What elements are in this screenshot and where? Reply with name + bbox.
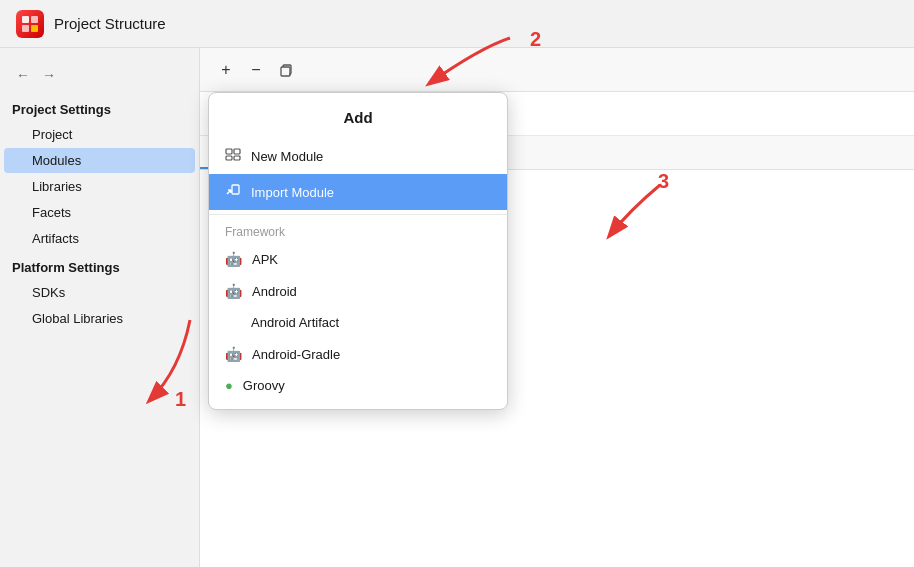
apk-item[interactable]: 🤖 APK (209, 243, 507, 275)
android-icon-apk: 🤖 (225, 251, 242, 267)
android-artifact-item[interactable]: Android Artifact (209, 307, 507, 338)
svg-rect-8 (234, 156, 240, 160)
sidebar-item-project[interactable]: Project (4, 122, 195, 147)
sidebar-item-libraries[interactable]: Libraries (4, 174, 195, 199)
popup-divider (209, 214, 507, 215)
sidebar-item-global-libraries[interactable]: Global Libraries (4, 306, 195, 331)
svg-rect-0 (22, 16, 29, 23)
sidebar-navigation: ← → (0, 60, 199, 94)
android-gradle-item[interactable]: 🤖 Android-Gradle (209, 338, 507, 370)
copy-icon (278, 62, 294, 78)
copy-button[interactable] (272, 56, 300, 84)
groovy-label: Groovy (243, 378, 285, 393)
app-icon (16, 10, 44, 38)
remove-button[interactable]: − (242, 56, 270, 84)
sidebar-item-sdks[interactable]: SDKs (4, 280, 195, 305)
groovy-item[interactable]: ● Groovy (209, 370, 507, 401)
main-layout: ← → Project Settings Project Modules Lib… (0, 48, 914, 567)
forward-button[interactable]: → (38, 64, 60, 86)
title-bar: Project Structure (0, 0, 914, 48)
android-icon-android: 🤖 (225, 283, 242, 299)
add-button[interactable]: + (212, 56, 240, 84)
android-item[interactable]: 🤖 Android (209, 275, 507, 307)
content-area: + − Add (200, 48, 914, 567)
new-module-item[interactable]: New Module (209, 138, 507, 174)
android-label: Android (252, 284, 297, 299)
svg-rect-9 (232, 185, 239, 194)
android-artifact-label: Android Artifact (251, 315, 339, 330)
svg-rect-5 (226, 149, 232, 154)
svg-rect-2 (22, 25, 29, 32)
new-module-icon (225, 146, 241, 166)
toolbar: + − Add (200, 48, 914, 92)
svg-rect-1 (31, 16, 38, 23)
import-module-icon (225, 182, 241, 202)
project-settings-header: Project Settings (0, 94, 199, 121)
android-gradle-icon: 🤖 (225, 346, 242, 362)
framework-header: Framework (209, 219, 507, 243)
add-dropdown: Add New Module (208, 92, 508, 410)
svg-rect-3 (31, 25, 38, 32)
svg-rect-6 (234, 149, 240, 154)
back-button[interactable]: ← (12, 64, 34, 86)
sidebar-item-modules[interactable]: Modules (4, 148, 195, 173)
platform-settings-header: Platform Settings (0, 252, 199, 279)
apk-label: APK (252, 252, 278, 267)
popup-title: Add (209, 101, 507, 138)
import-module-item[interactable]: Import Module (209, 174, 507, 210)
android-gradle-label: Android-Gradle (252, 347, 340, 362)
new-module-label: New Module (251, 149, 323, 164)
import-module-label: Import Module (251, 185, 334, 200)
window-title: Project Structure (54, 15, 166, 32)
groovy-icon: ● (225, 378, 233, 393)
svg-rect-4 (281, 67, 290, 76)
sidebar: ← → Project Settings Project Modules Lib… (0, 48, 200, 567)
sidebar-item-artifacts[interactable]: Artifacts (4, 226, 195, 251)
svg-rect-7 (226, 156, 232, 160)
sidebar-item-facets[interactable]: Facets (4, 200, 195, 225)
